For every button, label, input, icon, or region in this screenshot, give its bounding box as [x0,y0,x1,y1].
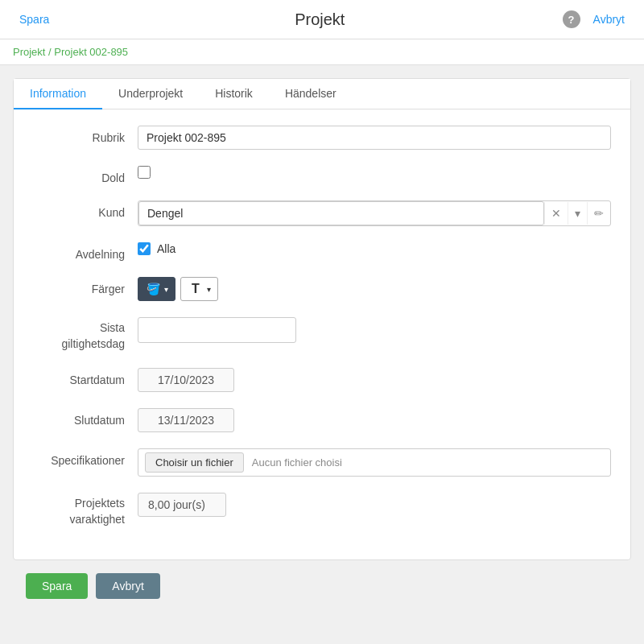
specifikationer-row: Specifikationer Choisir un fichier Aucun… [33,448,611,477]
kund-clear-button[interactable]: ✕ [544,202,568,225]
startdatum-control: 17/10/2023 [138,368,611,392]
avdelning-option-label: Alla [157,242,175,255]
form-card: Information Underprojekt Historik Händel… [13,78,631,560]
specifikationer-control: Choisir un fichier Aucun fichier choisi [138,448,611,477]
footer-save-button[interactable]: Spara [26,573,88,599]
rubrik-input[interactable] [138,126,611,150]
rubrik-label: Rubrik [33,126,138,144]
breadcrumb: Projekt / Projekt 002-895 [0,39,644,65]
farger-text-button[interactable]: T ▾ [180,277,218,301]
sista-label: Sista giltighetsdag [33,317,138,352]
form-body: Rubrik Dold Kund ✕ ▾ [14,109,630,559]
text-color-icon: T [188,281,204,297]
dold-control [138,166,611,179]
kund-edit-button[interactable]: ✏ [587,202,610,225]
tab-historik[interactable]: Historik [199,79,269,109]
kund-input[interactable] [138,201,544,225]
breadcrumb-text: Projekt / Projekt 002-895 [13,46,128,58]
header-left: Spara [13,10,77,29]
kund-dropdown-button[interactable]: ▾ [568,202,587,225]
farger-row: Färger 🪣 ▾ T ▾ [33,277,611,301]
file-name-label: Aucun fichier choisi [252,456,342,469]
tab-handelser[interactable]: Händelser [269,79,353,109]
header-cancel-button[interactable]: Avbryt [587,10,631,29]
paint-bucket-icon: 🪣 [145,281,161,297]
startdatum-label: Startdatum [33,368,138,386]
avdelning-control: Alla [138,242,611,255]
tab-information[interactable]: Information [14,79,102,109]
kund-row: Kund ✕ ▾ ✏ [33,200,611,226]
varaktighet-value: 8,00 jour(s) [138,493,226,517]
varaktighet-control: 8,00 jour(s) [138,493,611,517]
rubrik-control [138,126,611,150]
farger-control: 🪣 ▾ T ▾ [138,277,611,301]
file-input-wrapper: Choisir un fichier Aucun fichier choisi [138,448,611,477]
footer-buttons: Spara Avbryt [13,560,631,612]
footer-cancel-button[interactable]: Avbryt [96,573,159,599]
page-title: Projekt [77,10,563,29]
avdelning-label: Avdelning [33,242,138,261]
dold-checkbox[interactable] [138,166,151,179]
avdelning-checkbox[interactable] [138,242,151,255]
main-content: Information Underprojekt Historik Händel… [0,65,644,625]
kund-select-wrapper: ✕ ▾ ✏ [138,200,611,226]
page-header: Spara Projekt ? Avbryt [0,0,644,39]
farger-color-button[interactable]: 🪣 ▾ [138,277,175,301]
header-right: ? Avbryt [563,10,631,29]
header-save-button[interactable]: Spara [13,10,56,29]
slutdatum-row: Slutdatum 13/11/2023 [33,408,611,432]
farger-label: Färger [33,277,138,295]
tab-underprojekt[interactable]: Underprojekt [102,79,199,109]
file-choose-button[interactable]: Choisir un fichier [145,452,244,473]
sista-row: Sista giltighetsdag [33,317,611,352]
help-icon[interactable]: ? [563,10,580,28]
startdatum-value[interactable]: 17/10/2023 [138,368,234,392]
farger-text-arrow: ▾ [207,285,211,294]
avdelning-row: Avdelning Alla [33,242,611,261]
varaktighet-row: Projektets varaktighet 8,00 jour(s) [33,493,611,527]
tabs-bar: Information Underprojekt Historik Händel… [14,79,630,109]
sista-input[interactable] [138,317,296,343]
rubrik-row: Rubrik [33,126,611,150]
kund-label: Kund [33,200,138,219]
dold-label: Dold [33,166,138,184]
startdatum-row: Startdatum 17/10/2023 [33,368,611,392]
sista-control [138,317,611,343]
avdelning-checkbox-row: Alla [138,242,175,255]
kund-control: ✕ ▾ ✏ [138,200,611,226]
farger-color-arrow: ▾ [164,285,168,294]
specifikationer-label: Specifikationer [33,448,138,467]
slutdatum-value[interactable]: 13/11/2023 [138,408,234,432]
dold-row: Dold [33,166,611,184]
slutdatum-control: 13/11/2023 [138,408,611,432]
varaktighet-label: Projektets varaktighet [33,493,138,527]
slutdatum-label: Slutdatum [33,408,138,427]
